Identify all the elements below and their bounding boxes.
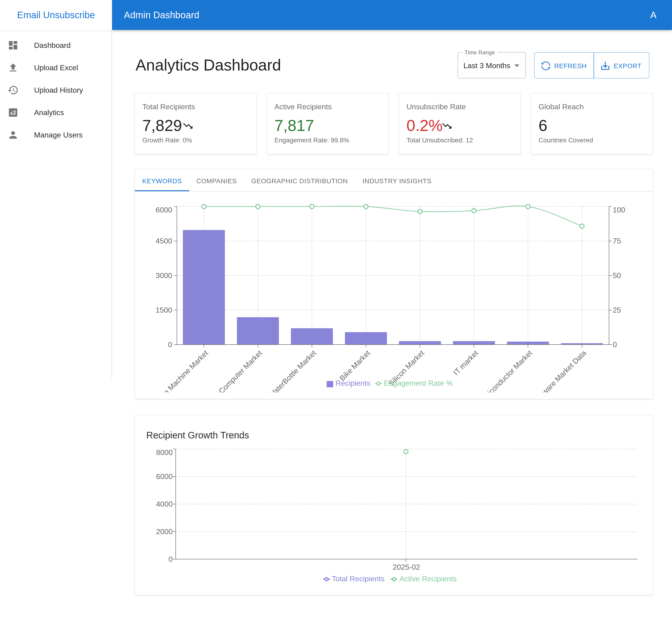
svg-text:2025-02: 2025-02 xyxy=(393,563,420,571)
svg-text:50: 50 xyxy=(613,271,621,280)
svg-text:8000: 8000 xyxy=(156,448,173,457)
svg-text:Total Recipients: Total Recipients xyxy=(332,574,384,583)
svg-text:WaterBottle Market: WaterBottle Market xyxy=(267,349,318,392)
svg-text:Active Recipients: Active Recipients xyxy=(400,574,457,583)
svg-text:100: 100 xyxy=(613,206,625,214)
svg-text:3000: 3000 xyxy=(156,271,172,280)
svg-text:Bike Market: Bike Market xyxy=(338,349,372,382)
svg-text:6000: 6000 xyxy=(156,206,172,214)
svg-text:Engagement Rate %: Engagement Rate % xyxy=(384,379,453,387)
svg-text:75: 75 xyxy=(613,237,621,245)
svg-text:25: 25 xyxy=(613,306,621,314)
svg-text:Computer Market: Computer Market xyxy=(217,349,264,392)
svg-text:0: 0 xyxy=(168,341,172,349)
svg-text:Recipients: Recipients xyxy=(336,379,370,387)
svg-text:4500: 4500 xyxy=(156,237,172,245)
svg-text:6000: 6000 xyxy=(156,472,173,481)
svg-text:2000: 2000 xyxy=(156,527,173,536)
svg-text:Semiconductor Market: Semiconductor Market xyxy=(475,349,534,392)
svg-text:Software Market Data: Software Market Data xyxy=(531,349,588,392)
svg-text:0: 0 xyxy=(613,341,617,349)
svg-text:IT market: IT market xyxy=(452,349,480,377)
svg-text:1500: 1500 xyxy=(156,306,172,314)
svg-text:Washing Machine Market: Washing Machine Market xyxy=(144,349,210,392)
svg-text:4000: 4000 xyxy=(156,500,173,508)
svg-text:0: 0 xyxy=(169,555,173,563)
